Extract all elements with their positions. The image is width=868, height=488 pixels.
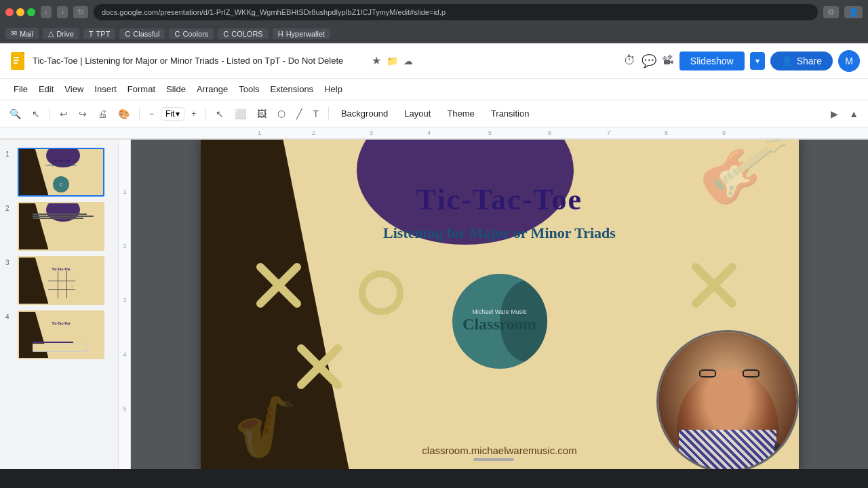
avatar-initial: M [845, 56, 853, 66]
slides-app: Tic-Tac-Toe | Listening for Major or Min… [0, 43, 868, 469]
bookmark-mail[interactable]: ✉ Mail [5, 28, 39, 39]
menu-slide[interactable]: Slide [161, 81, 191, 97]
classful-icon: C [125, 30, 130, 38]
refresh-btn[interactable]: ↻ [73, 6, 88, 18]
bookmark-hyperwallet[interactable]: H Hyperwallet [273, 28, 330, 39]
minimize-window-btn[interactable] [16, 8, 24, 16]
forward-btn[interactable]: › [57, 6, 68, 18]
slideshow-dropdown-button[interactable]: ▾ [750, 52, 765, 70]
slideshow-button[interactable]: Slideshow [679, 52, 745, 70]
slide-o-mark-1 [357, 268, 406, 320]
menu-tools[interactable]: Tools [233, 81, 264, 97]
present-icon[interactable]: 📽 [662, 54, 674, 68]
collapse-btn[interactable]: ▲ [845, 106, 863, 122]
background-btn[interactable]: Background [334, 106, 395, 121]
webcam-overlay [656, 330, 799, 469]
select-mode-btn[interactable]: ↖ [28, 106, 44, 122]
bookmarks-bar: ✉ Mail △ Drive T TPT C Classful C Coolor… [0, 24, 868, 43]
thumb-title-4: Tic-Tac-Toe [19, 321, 103, 325]
menu-help[interactable]: Help [319, 81, 348, 97]
redo-btn[interactable]: ↪ [75, 106, 91, 122]
bookmark-label: COLORS [231, 30, 262, 38]
zoom-label: Fit [165, 109, 174, 119]
menu-format[interactable]: Format [122, 81, 161, 97]
insert-image-btn[interactable]: 🖼 [253, 106, 271, 122]
toolbar-separator-1 [50, 107, 50, 121]
slide-thumbnail-3[interactable]: Tic-Tac-Toe × [18, 256, 104, 305]
bookmark-label: TPT [96, 30, 111, 38]
bookmark-classful[interactable]: C Classful [119, 28, 165, 39]
slide-item-2[interactable]: 2 Tic-Tac-Toe [0, 199, 118, 253]
folder-icon[interactable]: 📁 [387, 56, 398, 66]
title-bar: Tic-Tac-Toe | Listening for Major or Min… [0, 43, 868, 79]
star-icon[interactable]: ★ [372, 54, 381, 67]
maximize-window-btn[interactable] [27, 8, 35, 16]
menu-arrange[interactable]: Arrange [191, 81, 233, 97]
transition-label: Transition [491, 108, 530, 119]
slide-x-mark-3 [296, 343, 343, 393]
bookmark-tpt[interactable]: T TPT [83, 28, 116, 39]
menu-bar: File Edit View Insert Format Slide Arran… [0, 79, 868, 100]
line-tool-btn[interactable]: ╱ [292, 106, 306, 122]
slide-canvas[interactable]: 🎸 🎷 Tic-Tac-Toe Listening for Major or M… [201, 140, 799, 469]
address-bar[interactable]: docs.google.com/presentation/d/1-PrIZ_WK… [94, 4, 818, 20]
colors-icon: C [223, 30, 229, 38]
menu-insert[interactable]: Insert [89, 81, 122, 97]
theme-btn[interactable]: Theme [440, 106, 481, 121]
bookmark-drive[interactable]: △ Drive [43, 28, 79, 39]
user-avatar[interactable]: M [838, 50, 860, 72]
toolbar-separator-4 [328, 107, 329, 121]
menu-view[interactable]: View [59, 81, 89, 97]
text-box-btn[interactable]: T [309, 106, 323, 122]
shapes-btn[interactable]: ⬡ [273, 106, 290, 122]
close-window-btn[interactable] [5, 8, 14, 16]
svg-text:1: 1 [123, 188, 126, 195]
zoom-in-btn[interactable]: + [187, 106, 200, 121]
slide-number-4: 4 [5, 313, 14, 321]
canvas-area[interactable]: 1 2 3 4 5 🎸 🎷 Tic-Tac-Toe [119, 140, 868, 469]
slide-thumbnail-4[interactable]: Tic-Tac-Toe [18, 310, 104, 359]
slide-x-mark-2 [690, 262, 738, 312]
canvas-scroll-indicator[interactable] [473, 458, 514, 461]
svg-text:2: 2 [312, 129, 315, 136]
share-button[interactable]: 👤 Share [770, 52, 833, 70]
paint-format-btn[interactable]: 🎨 [114, 106, 134, 122]
svg-text:4: 4 [427, 129, 431, 136]
comment-icon[interactable]: 💬 [642, 54, 656, 68]
undo-btn[interactable]: ↩ [56, 106, 72, 122]
profile-btn[interactable]: 👤 [844, 6, 863, 18]
bookmark-coolors[interactable]: C Coolors [169, 28, 214, 39]
slide-item-3[interactable]: 3 Tic-Tac-Toe × [0, 253, 118, 308]
zoom-out-btn[interactable]: − [145, 106, 158, 121]
background-label: Background [341, 108, 388, 119]
svg-text:7: 7 [607, 129, 610, 136]
motion-btn[interactable]: ▶ [827, 106, 842, 122]
document-title[interactable]: Tic-Tac-Toe | Listening for Major or Min… [33, 56, 372, 66]
layout-btn[interactable]: Layout [397, 106, 437, 121]
transition-btn[interactable]: Transition [484, 106, 536, 121]
search-toolbar-btn[interactable]: 🔍 [5, 106, 25, 122]
svg-text:1: 1 [258, 129, 261, 136]
share-person-icon: 👤 [781, 56, 793, 66]
select-rect-btn[interactable]: ⬜ [231, 106, 250, 122]
svg-text:4: 4 [123, 351, 126, 358]
slide-item-1[interactable]: 1 Tic-Tac-Toe Listening for Major or Min… [0, 145, 118, 199]
print-btn[interactable]: 🖨 [94, 106, 111, 122]
back-btn[interactable]: ‹ [41, 6, 52, 18]
bookmark-colors[interactable]: C COLORS [218, 28, 268, 39]
menu-extensions[interactable]: Extensions [265, 81, 319, 97]
slide-panel: 1 Tic-Tac-Toe Listening for Major or Min… [0, 140, 119, 469]
menu-file[interactable]: File [8, 81, 33, 97]
slide-thumbnail-2[interactable]: Tic-Tac-Toe [18, 202, 104, 251]
menu-edit[interactable]: Edit [33, 81, 59, 97]
svg-text:5: 5 [123, 405, 126, 411]
extensions-btn[interactable]: ⚙ [823, 6, 839, 18]
cloud-icon[interactable]: ☁ [403, 56, 413, 66]
cursor-tool-btn[interactable]: ↖ [212, 106, 228, 122]
slide-thumbnail-1[interactable]: Tic-Tac-Toe Listening for Major or Minor… [18, 148, 104, 197]
svg-text:9: 9 [722, 129, 726, 136]
zoom-dropdown[interactable]: Fit ▾ [161, 107, 184, 121]
bookmark-label: Drive [56, 30, 74, 38]
slide-item-4[interactable]: 4 Tic-Tac-Toe [0, 308, 118, 362]
history-icon[interactable]: ⏱ [624, 54, 636, 68]
